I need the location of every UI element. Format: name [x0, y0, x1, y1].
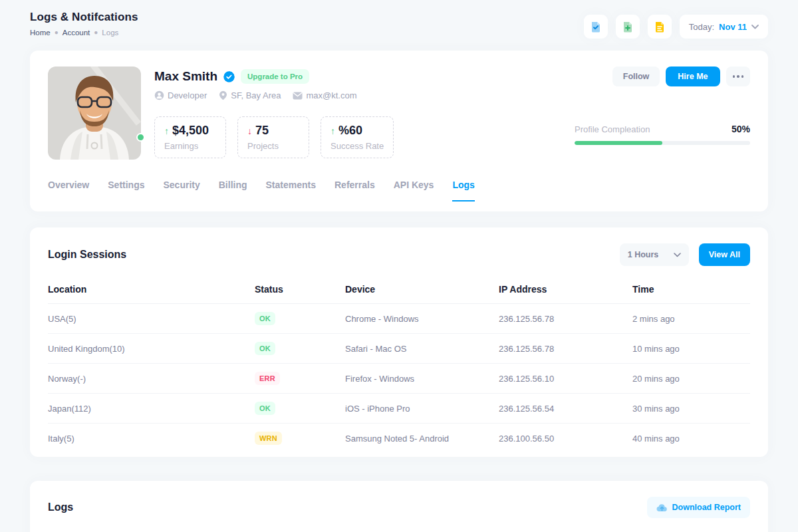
cell-ip: 236.125.56.78 [499, 334, 632, 364]
profile-location-label: SF, Bay Area [231, 90, 281, 100]
cell-time: 40 mins ago [632, 424, 750, 454]
column-ip-address: IP Address [499, 275, 632, 304]
status-badge: ERR [255, 372, 280, 385]
more-options-button[interactable] [726, 66, 751, 86]
status-badge: WRN [255, 432, 282, 445]
date-label: Today: [689, 22, 714, 32]
login-sessions-title: Login Sessions [48, 249, 126, 261]
profile-completion: Profile Compleation 50% [575, 124, 750, 145]
date-value: Nov 11 [719, 22, 747, 32]
profile-location: SF, Bay Area [219, 90, 281, 100]
chevron-down-icon [674, 253, 681, 257]
column-status: Status [255, 275, 345, 304]
upgrade-to-pro-badge[interactable]: Upgrade to Pro [241, 69, 309, 84]
progress-label: Profile Compleation [575, 124, 650, 134]
cell-device: iOS - iPhone Pro [345, 394, 499, 424]
tab-api-keys[interactable]: API Keys [394, 180, 434, 201]
stat-label: Earnings [164, 141, 216, 151]
tab-overview[interactable]: Overview [48, 180, 89, 201]
column-location: Location [48, 275, 255, 304]
download-report-button[interactable]: Download Report [647, 497, 750, 518]
arrow-down-icon: ↓ [247, 126, 252, 136]
envelope-icon [293, 92, 303, 100]
progress-bar [575, 141, 750, 145]
breadcrumb-separator: ● [94, 29, 98, 36]
cloud-download-icon [656, 503, 668, 512]
table-row: United Kingdom(10) OK Safari - Mac OS 23… [48, 334, 750, 364]
breadcrumb-home[interactable]: Home [30, 29, 51, 37]
profile-email: max@kt.com [293, 90, 356, 100]
stat-earnings: ↑$4,500 Earnings [154, 116, 226, 158]
logs-title: Logs [48, 501, 73, 513]
table-row: Japan(112) OK iOS - iPhone Pro 236.125.5… [48, 394, 750, 424]
status-badge: OK [255, 402, 275, 415]
verified-badge-icon [223, 70, 235, 83]
cell-ip: 236.125.56.78 [499, 304, 632, 334]
hire-me-button[interactable]: Hire Me [666, 66, 720, 86]
file-check-button[interactable] [584, 15, 608, 39]
tab-billing[interactable]: Billing [219, 180, 247, 201]
cell-location: Norway(-) [48, 364, 255, 394]
stat-label: Success Rate [331, 141, 384, 151]
date-picker[interactable]: Today: Nov 11 [680, 15, 768, 39]
table-row: Italy(5) WRN Samsung Noted 5- Android 23… [48, 424, 750, 454]
progress-percent: 50% [732, 124, 750, 134]
stat-success-rate: ↑%60 Success Rate [321, 116, 394, 158]
progress-fill [575, 141, 662, 145]
hours-filter-value: 1 Hours [628, 250, 659, 259]
arrow-up-icon: ↑ [331, 126, 335, 136]
hours-filter-select[interactable]: 1 Hours [620, 243, 689, 266]
profile-email-label: max@kt.com [306, 90, 356, 100]
status-badge: OK [255, 342, 275, 355]
stat-value: 75 [255, 124, 269, 138]
cell-device: Samsung Noted 5- Android [345, 424, 499, 454]
avatar [48, 66, 141, 160]
profile-name: Max Smith [154, 69, 217, 84]
map-pin-icon [219, 90, 227, 100]
tab-settings[interactable]: Settings [108, 180, 144, 201]
stat-value: %60 [338, 124, 362, 138]
table-header-row: Location Status Device IP Address Time [48, 275, 750, 304]
tab-security[interactable]: Security [164, 180, 200, 201]
cell-ip: 236.125.56.10 [499, 364, 632, 394]
file-check-icon [589, 20, 602, 33]
login-sessions-card: Login Sessions 1 Hours View All Location… [30, 227, 768, 457]
table-row: Norway(-) ERR Firefox - Windows 236.125.… [48, 364, 750, 394]
breadcrumb-separator: ● [55, 29, 59, 36]
cell-device: Firefox - Windows [345, 364, 499, 394]
cell-device: Chrome - Windows [345, 304, 499, 334]
status-badge: OK [255, 312, 275, 325]
breadcrumb-current: Logs [102, 29, 118, 37]
tab-logs[interactable]: Logs [452, 180, 474, 201]
file-plus-icon [621, 20, 634, 33]
breadcrumb: Home● Account● Logs [30, 29, 138, 37]
profile-stats: ↑$4,500 Earnings ↓75 Projects ↑%60 Succe… [154, 116, 394, 158]
tab-referrals[interactable]: Referrals [334, 180, 375, 201]
header-toolbar: Today: Nov 11 [584, 15, 768, 39]
chevron-down-icon [751, 25, 759, 29]
cell-time: 10 mins ago [632, 334, 750, 364]
cell-ip: 236.100.56.50 [499, 424, 632, 454]
stat-value: $4,500 [172, 124, 209, 138]
user-icon [154, 90, 164, 100]
cell-time: 30 mins ago [632, 394, 750, 424]
file-lines-button[interactable] [648, 15, 672, 39]
file-plus-button[interactable] [616, 15, 640, 39]
cell-location: Italy(5) [48, 424, 255, 454]
page-header: Logs & Notifcations Home● Account● Logs [30, 11, 768, 39]
logs-card: Logs Download Report 500 ERR POST /v1/in… [30, 481, 768, 532]
online-status-dot [136, 133, 145, 142]
view-all-button[interactable]: View All [699, 243, 750, 266]
profile-tabs: Overview Settings Security Billing State… [48, 180, 750, 201]
follow-button[interactable]: Follow [612, 66, 660, 86]
profile-card: Max Smith Upgrade to Pro Developer SF, B… [30, 51, 768, 211]
profile-role: Developer [154, 90, 207, 100]
column-device: Device [345, 275, 499, 304]
breadcrumb-account[interactable]: Account [63, 29, 90, 37]
column-time: Time [632, 275, 750, 304]
download-report-label: Download Report [672, 503, 741, 512]
tab-statements[interactable]: Statements [266, 180, 316, 201]
arrow-up-icon: ↑ [164, 126, 169, 136]
cell-location: United Kingdom(10) [48, 334, 255, 364]
stat-label: Projects [247, 141, 299, 151]
